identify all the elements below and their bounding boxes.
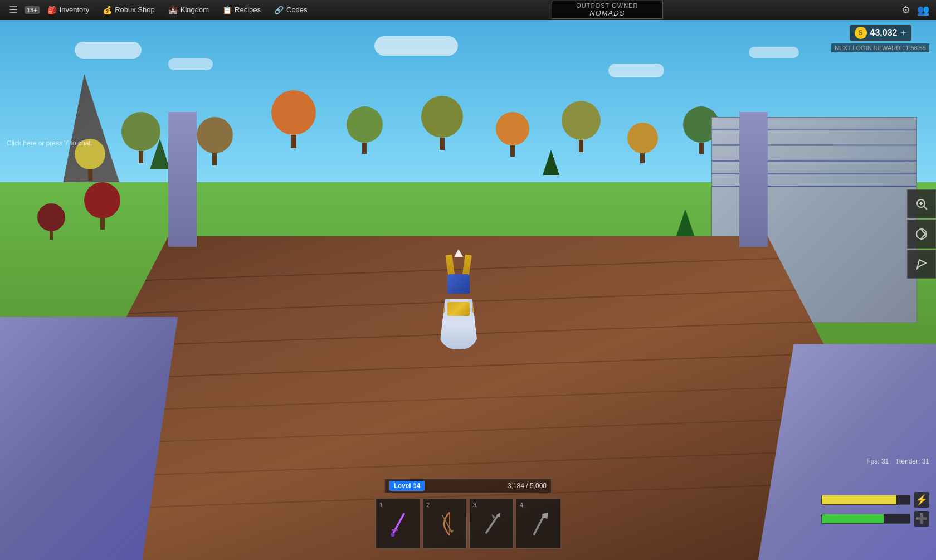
zoom-button[interactable] (907, 189, 936, 218)
hotbar-slot-4[interactable]: 4 (516, 499, 560, 549)
wall-front-right (739, 112, 767, 247)
login-reward: NEXT LOGIN REWARD 11:58:55 (831, 43, 929, 52)
currency-amount: 43,032 (870, 28, 898, 38)
nav-label-codes: Codes (286, 6, 308, 14)
stat-bars: ⚡ ➕ (821, 492, 929, 527)
tree-4 (271, 90, 316, 148)
cloud-2 (168, 58, 213, 70)
recipes-icon: 📋 (222, 6, 232, 14)
render-label: Render: 31 (896, 457, 929, 465)
nav-label-inventory: Inventory (60, 6, 89, 14)
tree-5 (347, 106, 383, 154)
health-bar-row: ➕ (821, 511, 929, 527)
nav-item-codes[interactable]: 🔗 Codes (269, 3, 313, 17)
slot-number-1: 1 (379, 501, 383, 508)
hotbar-slot-3[interactable]: 3 (469, 499, 514, 549)
inventory-icon: 🎒 (47, 6, 57, 14)
level-xp-bar: Level 14 3,184 / 5,000 (384, 479, 552, 493)
pine-tree-2 (543, 150, 559, 175)
topbar-center: OUTPOST OWNER NOMADS (313, 1, 901, 19)
sword-icon (387, 510, 409, 538)
tree-dark-2 (37, 203, 65, 240)
tree-9 (627, 123, 658, 163)
codes-icon: 🔗 (274, 6, 284, 14)
xp-text: 3,184 / 5,000 (508, 482, 547, 490)
character (439, 299, 478, 349)
outpost-name: NOMADS (589, 9, 625, 17)
fps-display: Fps: 31 Render: 31 (866, 457, 929, 465)
pickaxe-icon (480, 510, 503, 538)
cloud-3 (374, 36, 458, 56)
menu-icon[interactable]: ☰ (4, 2, 22, 18)
tree-8 (562, 101, 601, 152)
chat-hint[interactable]: Click here or press '/' to chat. (7, 139, 92, 147)
hotbar-slot-1[interactable]: 1 (376, 499, 420, 549)
topbar: ☰ 13+ 🎒 Inventory 💰 Robux Shop 🏰 Kingdom… (0, 0, 936, 20)
slot-number-3: 3 (473, 501, 476, 508)
tree-dark-1 (84, 182, 120, 230)
cloud-4 (608, 64, 664, 77)
camera-button[interactable] (907, 220, 936, 249)
fps-label: Fps: 31 (866, 457, 889, 465)
kingdom-icon: 🏰 (168, 6, 178, 14)
tree-3 (197, 117, 233, 165)
pine-tree-1 (150, 139, 170, 169)
tree-6 (421, 96, 463, 150)
svg-line-12 (534, 515, 544, 534)
slot-number-4: 4 (520, 501, 523, 508)
right-controls (907, 189, 936, 279)
coin-icon: S (855, 27, 867, 39)
hotbar-slot-2[interactable]: 2 (422, 499, 467, 549)
cloud-5 (749, 47, 799, 58)
direction-arrow (454, 249, 463, 257)
robux-shop-icon: 💰 (103, 6, 112, 14)
character-helmet (445, 255, 472, 294)
outpost-banner: OUTPOST OWNER NOMADS (552, 1, 663, 19)
settings-icon[interactable]: ⚙ (901, 4, 910, 16)
svg-point-7 (391, 533, 394, 537)
svg-line-5 (393, 514, 404, 534)
cloud-1 (75, 42, 142, 59)
hotbar: 1 2 3 4 (376, 499, 560, 549)
axe-icon (527, 510, 549, 538)
energy-bar-fill (822, 495, 896, 504)
nav-item-recipes[interactable]: 📋 Recipes (217, 3, 266, 17)
health-bar-bg (821, 514, 910, 524)
tree-7 (496, 112, 529, 157)
nav-item-robux-shop[interactable]: 💰 Robux Shop (97, 3, 160, 17)
nav-label-robux-shop: Robux Shop (115, 6, 155, 14)
currency-display: S 43,032 + (850, 25, 911, 41)
slot-number-2: 2 (426, 501, 430, 508)
social-icon[interactable]: 👥 (917, 4, 929, 16)
nav-label-recipes: Recipes (235, 6, 261, 14)
energy-icon[interactable]: ⚡ (914, 492, 929, 508)
topbar-right: ⚙ 👥 (901, 4, 936, 16)
add-currency-button[interactable]: + (900, 27, 906, 39)
paint-button[interactable] (907, 250, 936, 279)
nav-item-kingdom[interactable]: 🏰 Kingdom (163, 3, 214, 17)
health-icon[interactable]: ➕ (914, 511, 929, 527)
level-badge: Level 14 (389, 481, 425, 491)
nav-label-kingdom: Kingdom (181, 6, 209, 14)
outpost-owner-label: OUTPOST OWNER (576, 2, 638, 9)
svg-line-1 (924, 207, 928, 210)
svg-marker-10 (450, 530, 454, 533)
energy-bar-bg (821, 495, 910, 505)
svg-line-11 (486, 516, 498, 533)
nav-item-inventory[interactable]: 🎒 Inventory (42, 3, 95, 17)
wall-front-left (168, 112, 196, 247)
energy-bar-row: ⚡ (821, 492, 929, 508)
age-badge: 13+ (25, 6, 40, 14)
bow-icon (433, 510, 456, 538)
topbar-left: ☰ 13+ 🎒 Inventory 💰 Robux Shop 🏰 Kingdom… (0, 2, 313, 18)
health-bar-fill (822, 514, 884, 523)
